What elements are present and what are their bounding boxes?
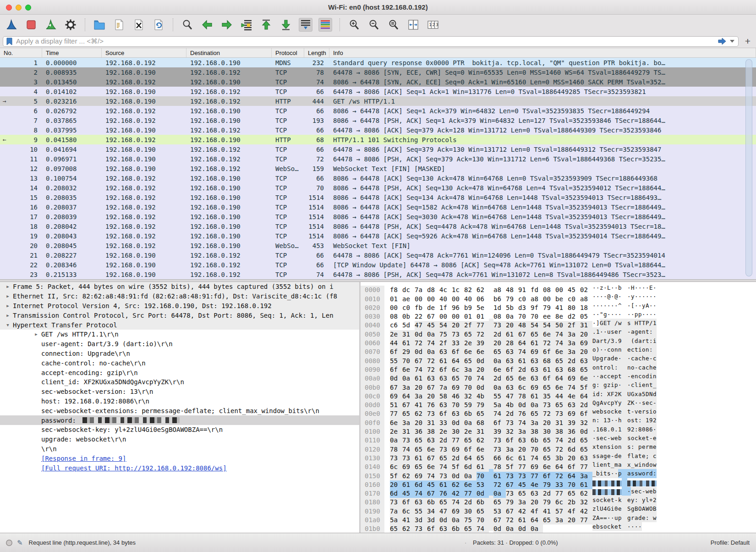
detail-line[interactable]: client_id: XF2KUGxa5DNdQgAvcpYyZK\r\n	[0, 377, 359, 387]
hex-row[interactable]: 01406c69656e745f6d61785f77696e646f77lien…	[361, 460, 756, 469]
column-header-source[interactable]: Source	[102, 48, 186, 57]
go-first-packet-button[interactable]	[259, 18, 273, 32]
start-capture-button[interactable]	[5, 18, 18, 32]
expand-arrow-icon[interactable]: ▶	[3, 313, 13, 318]
expand-arrow-icon[interactable]: ▶	[31, 332, 41, 337]
open-file-button[interactable]	[93, 18, 106, 32]
reload-file-button[interactable]	[152, 18, 165, 32]
hex-row[interactable]: 01b06562736f636b65740d0a0d0aebsocket····	[361, 522, 756, 531]
hex-row[interactable]: 013073736167652d6465666c6174653b2063ssag…	[361, 452, 756, 460]
go-back-button[interactable]	[200, 18, 214, 32]
resize-columns-button[interactable]	[406, 18, 420, 32]
hex-row[interactable]: 00e0776562736f636b65742d76657273696fwebs…	[361, 407, 756, 416]
packet-row[interactable]: 40.014102192.168.0.190192.168.0.192TCP66…	[0, 87, 756, 96]
hex-row[interactable]: 01706d4574677642770d0a7365632d776562·sec…	[361, 487, 756, 496]
expand-arrow-icon[interactable]: ▶	[3, 284, 13, 289]
auto-scroll-toggle[interactable]	[299, 18, 312, 32]
column-header-no[interactable]: No.	[0, 48, 42, 57]
packet-row[interactable]: 10.000000192.168.0.192192.168.0.190MDNS2…	[0, 58, 756, 67]
hex-row[interactable]: 00f06e3a2031330d0a686f73743a20313932n: 1…	[361, 416, 756, 425]
packet-row[interactable]: 200.208045192.168.0.192192.168.0.190WebS…	[0, 241, 756, 250]
packet-row[interactable]: 150.208035192.168.0.192192.168.0.190TCP1…	[0, 193, 756, 202]
close-window-button[interactable]	[6, 5, 12, 11]
hex-row[interactable]: 01505f626974730d0a70617373776f72643a_bit…	[361, 469, 756, 478]
stop-capture-button[interactable]	[24, 18, 38, 32]
expand-arrow-icon[interactable]: ▶	[3, 294, 13, 298]
hex-row[interactable]: 00a00d0a6163636570742d656e636f64696e··ac…	[361, 372, 756, 381]
detail-line[interactable]: password:	[0, 415, 359, 425]
packet-row[interactable]: →50.023216192.168.0.190192.168.0.192HTTP…	[0, 96, 756, 106]
status-profile[interactable]: Profile: Default	[711, 539, 750, 546]
hex-row[interactable]: 0030080b226700000101080a7070ee8ed205··"g…	[361, 310, 756, 319]
packet-row[interactable]: 70.037865192.168.0.192192.168.0.190TCP19…	[0, 116, 756, 125]
zoom-out-button[interactable]	[367, 18, 381, 32]
hex-row[interactable]: 00d051674176637059795a4b0d0a7365632dQgAv…	[361, 398, 756, 407]
hex-row[interactable]: 0080557067726164650d0a63616368652d63Upgr…	[361, 354, 756, 363]
detail-line[interactable]: ▶Frame 5: Packet, 444 bytes on wire (355…	[0, 282, 359, 292]
hex-row[interactable]: 00502e310d0a757365722d6167656e743a20.1··…	[361, 327, 756, 336]
filter-input[interactable]: Apply a display filter ... <⌘/>	[3, 36, 739, 47]
detail-line[interactable]: sec-websocket-key: yl+2zlU4Gi0eSgBOAWOBZ…	[0, 425, 359, 435]
expand-arrow-icon[interactable]: ▼	[3, 323, 13, 327]
hex-row[interactable]: 00c069643a205846324b5547786135444e64id: …	[361, 390, 756, 398]
packet-row[interactable]: 30.013450192.168.0.192192.168.0.190TCP74…	[0, 77, 756, 87]
packet-row[interactable]: 60.026792192.168.0.192192.168.0.190TCP66…	[0, 106, 756, 116]
packet-row[interactable]: ←90.041580192.168.0.192192.168.0.190HTTP…	[0, 135, 756, 144]
hex-row[interactable]: 00906f6e74726f6c3a206e6f2d6361636865ontr…	[361, 363, 756, 372]
hex-row[interactable]: 01a05a413d3d0d0a757067726164653a2077ZA==…	[361, 513, 756, 522]
hex-row[interactable]: 0040c65d474554202f777320485454502f31·]GE…	[361, 319, 756, 327]
display-columns-button[interactable]: 123	[426, 18, 440, 32]
column-header-protocol[interactable]: Protocol	[272, 48, 304, 57]
hex-row[interactable]: 0180736f636b65742d6b65793a20796c2b32sock…	[361, 496, 756, 504]
detail-line[interactable]: user-agent: Dart/3.9 (dart:io)\r\n	[0, 339, 359, 349]
detail-line[interactable]: ▶Internet Protocol Version 4, Src: 192.1…	[0, 301, 359, 311]
detail-line[interactable]: ▶GET /ws HTTP/1.1\r\n	[0, 330, 359, 339]
detail-line[interactable]: [Response in frame: 9]	[0, 453, 359, 463]
detail-line[interactable]: host: 192.168.0.192:8086\r\n	[0, 397, 359, 406]
zoom-window-button[interactable]	[25, 5, 31, 11]
packet-row[interactable]: 190.208043192.168.0.192192.168.0.190TCP1…	[0, 231, 756, 241]
apply-filter-arrow-icon[interactable]	[718, 38, 727, 45]
packet-row[interactable]: 120.097008192.168.0.190192.168.0.192WebS…	[0, 164, 756, 173]
column-header-time[interactable]: Time	[42, 48, 102, 57]
hex-row[interactable]: 016020616d4561626e537267454e79337061	[361, 478, 756, 487]
detail-line[interactable]: [Full request URI: http://192.168.0.192:…	[0, 463, 359, 473]
go-to-packet-button[interactable]	[240, 18, 253, 32]
filter-add-button[interactable]: +	[742, 36, 753, 47]
hex-row[interactable]: 0000f8dc7ad84c1c8262a84891fd08004502··z·…	[361, 283, 756, 292]
find-packet-button[interactable]	[181, 18, 194, 32]
hex-row[interactable]: 0060446172742f332e392028646172743a69Dart…	[361, 337, 756, 345]
hex-row[interactable]: 01207874656e73696f6e733a207065726d65xten…	[361, 442, 756, 451]
hex-row[interactable]: 00b0673a20677a69700d0a636c69656e745fg: g…	[361, 381, 756, 389]
column-header-info[interactable]: Info	[329, 48, 756, 57]
minimize-window-button[interactable]	[16, 5, 22, 11]
column-header-destination[interactable]: Destination	[186, 48, 272, 57]
detail-line[interactable]: \r\n	[0, 444, 359, 454]
detail-line[interactable]: ▼Hypertext Transfer Protocol	[0, 320, 359, 330]
packet-row[interactable]: 130.100754192.168.0.192192.168.0.190TCP6…	[0, 173, 756, 183]
hex-row[interactable]: 00706f290d0a636f6e6e656374696f6e3a20o)··…	[361, 345, 756, 354]
packet-row[interactable]: 20.008935192.168.0.190192.168.0.192TCP78…	[0, 67, 756, 77]
hex-row[interactable]: 01100a7365632d776562736f636b65742d65·sec…	[361, 434, 756, 442]
filter-dropdown-chevron[interactable]	[730, 40, 734, 43]
detail-line[interactable]: sec-websocket-extensions: permessage-def…	[0, 406, 359, 415]
expand-arrow-icon[interactable]: ▶	[3, 304, 13, 308]
hex-row[interactable]: 01002e3136382e302e3139323a383038360d.168…	[361, 425, 756, 434]
restart-capture-button[interactable]	[44, 18, 58, 32]
capture-comment-button[interactable]: ✎	[17, 539, 23, 547]
bookmark-icon[interactable]	[6, 38, 13, 45]
colorize-toggle[interactable]	[318, 18, 332, 32]
detail-line[interactable]: cache-control: no-cache\r\n	[0, 358, 359, 368]
packet-row[interactable]: 160.208037192.168.0.192192.168.0.190TCP1…	[0, 202, 756, 212]
save-file-button[interactable]	[112, 18, 126, 32]
packet-row[interactable]: 210.208227192.168.0.190192.168.0.192TCP6…	[0, 250, 756, 260]
zoom-reset-button[interactable]	[387, 18, 400, 32]
packet-row[interactable]: 80.037995192.168.0.190192.168.0.192TCP66…	[0, 125, 756, 135]
packet-row[interactable]: 220.208346192.168.0.190192.168.0.192TCP6…	[0, 260, 756, 270]
packet-row[interactable]: 140.208032192.168.0.192192.168.0.190TCP7…	[0, 183, 756, 193]
detail-line[interactable]: connection: Upgrade\r\n	[0, 349, 359, 359]
go-forward-button[interactable]	[220, 18, 234, 32]
packet-row[interactable]: 110.096971192.168.0.190192.168.0.192TCP7…	[0, 154, 756, 164]
packet-row[interactable]: 170.208039192.168.0.192192.168.0.190TCP1…	[0, 212, 756, 221]
zoom-in-button[interactable]	[347, 18, 361, 32]
